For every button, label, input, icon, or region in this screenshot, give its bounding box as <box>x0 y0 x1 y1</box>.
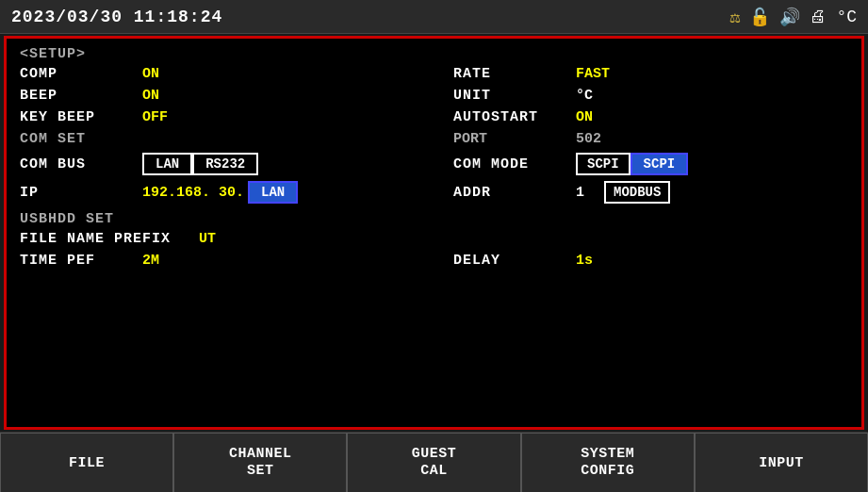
autostart-value: ON <box>576 109 651 125</box>
timepef-label: TIME PEF <box>20 253 142 269</box>
ip-section: IP 192.168. 30. LAN <box>20 181 453 204</box>
autostart-section: AUTOSTART ON <box>453 109 848 125</box>
channel-set-button[interactable]: CHANNEL SET <box>173 433 347 492</box>
channel-set-label: CHANNEL SET <box>229 446 292 480</box>
comp-value: ON <box>142 66 218 82</box>
comset-header: COM SET <box>20 131 453 147</box>
keybeep-section: KEY BEEP OFF <box>20 109 453 125</box>
file-button[interactable]: FILE <box>0 433 173 492</box>
setup-title: <SETUP> <box>20 46 848 62</box>
filename-value: UT <box>199 231 274 247</box>
combus-rs232-button[interactable]: RS232 <box>192 153 258 175</box>
port-label: PORT <box>453 131 576 147</box>
delay-section: DELAY 1s <box>453 253 848 269</box>
filename-row: FILE NAME PREFIX UT <box>20 231 848 247</box>
status-icons: ⚖ 🔓 🔊 🖨 °C <box>730 7 857 27</box>
input-button[interactable]: INPUT <box>695 433 868 492</box>
combus-buttons: LAN RS232 <box>142 153 258 175</box>
autostart-label: AUTOSTART <box>453 109 576 125</box>
unit-value: °C <box>576 88 651 104</box>
port-value: 502 <box>576 131 651 147</box>
modbus-button[interactable]: MODBUS <box>604 181 670 204</box>
comp-rate-row: COMP ON RATE FAST <box>20 66 848 82</box>
usbhdd-title: USBHDD SET <box>20 211 848 227</box>
addr-value: 1 <box>576 185 604 201</box>
scale-icon: ⚖ <box>730 7 741 27</box>
beep-label: BEEP <box>20 88 142 104</box>
keybeep-autostart-row: KEY BEEP OFF AUTOSTART ON <box>20 109 848 125</box>
rate-section: RATE FAST <box>453 66 848 82</box>
addr-section: ADDR 1 MODBUS <box>453 181 848 204</box>
commode-label: COM MODE <box>453 156 576 172</box>
beep-value: ON <box>142 88 218 104</box>
combus-label: COM BUS <box>20 156 142 172</box>
commode-section: COM MODE SCPI SCPI <box>453 153 848 175</box>
system-config-button[interactable]: SYSTEM CONFIG <box>521 433 695 492</box>
lock-icon: 🔓 <box>749 7 770 27</box>
ip-lan-button[interactable]: LAN <box>248 181 298 204</box>
port-header: PORT 502 <box>453 131 848 147</box>
delay-label: DELAY <box>453 253 576 269</box>
beep-unit-row: BEEP ON UNIT °C <box>20 88 848 104</box>
combus-commode-row: COM BUS LAN RS232 COM MODE SCPI SCPI <box>20 153 848 175</box>
comp-section: COMP ON <box>20 66 453 82</box>
bottom-bar: FILE CHANNEL SET GUEST CAL SYSTEM CONFIG… <box>0 432 868 492</box>
timepef-value: 2M <box>142 253 218 269</box>
combus-section: COM BUS LAN RS232 <box>20 153 453 175</box>
commode-scpi-active-button[interactable]: SCPI <box>631 153 689 175</box>
rate-value: FAST <box>576 66 651 82</box>
setup-panel: <SETUP> COMP ON RATE FAST BEEP ON UNIT °… <box>4 36 864 430</box>
rate-label: RATE <box>453 66 576 82</box>
comset-title: COM SET <box>20 131 86 147</box>
datetime-display: 2023/03/30 11:18:24 <box>11 8 222 26</box>
keybeep-value: OFF <box>142 109 218 125</box>
unit-label: UNIT <box>453 88 576 104</box>
combus-lan-button[interactable]: LAN <box>142 153 192 175</box>
filename-label: FILE NAME PREFIX <box>20 231 199 247</box>
filename-section: FILE NAME PREFIX UT <box>20 231 453 247</box>
ip-addr-row: IP 192.168. 30. LAN ADDR 1 MODBUS <box>20 181 848 204</box>
printer-icon: 🖨 <box>810 7 827 26</box>
beep-section: BEEP ON <box>20 88 453 104</box>
comp-label: COMP <box>20 66 142 82</box>
timepef-section: TIME PEF 2M <box>20 253 453 269</box>
addr-label: ADDR <box>453 185 576 201</box>
commode-scpi-button[interactable]: SCPI <box>576 153 631 175</box>
temp-unit-icon: °C <box>836 8 857 26</box>
system-config-label: SYSTEM CONFIG <box>581 446 634 480</box>
ip-address: 192.168. 30. <box>142 185 244 201</box>
volume-icon: 🔊 <box>779 7 800 27</box>
commode-buttons: SCPI SCPI <box>576 153 688 175</box>
timepef-delay-row: TIME PEF 2M DELAY 1s <box>20 253 848 269</box>
guest-cal-button[interactable]: GUEST CAL <box>347 433 520 492</box>
guest-cal-label: GUEST CAL <box>412 446 457 480</box>
unit-section: UNIT °C <box>453 88 848 104</box>
delay-value: 1s <box>576 253 651 269</box>
keybeep-label: KEY BEEP <box>20 109 142 125</box>
top-bar: 2023/03/30 11:18:24 ⚖ 🔓 🔊 🖨 °C <box>0 0 868 34</box>
ip-label: IP <box>20 185 142 201</box>
comset-port-headers: COM SET PORT 502 <box>20 131 848 147</box>
